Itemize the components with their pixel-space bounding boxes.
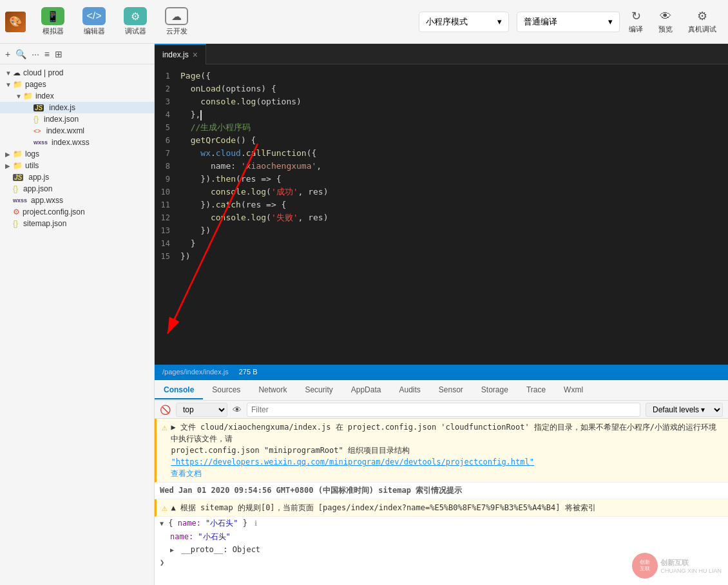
tab-security[interactable]: Security xyxy=(296,381,341,399)
sidebar-item-pages[interactable]: ▼ 📁 pages xyxy=(0,79,154,90)
file-tree: ▼ ☁ cloud | prod ▼ 📁 pages ▼ 📁 index xyxy=(0,64,154,585)
device-icon: ⚙ xyxy=(697,9,707,23)
sidebar-item-index-wxml[interactable]: <> index.wxml xyxy=(0,125,154,137)
tab-close-button[interactable]: × xyxy=(193,50,198,60)
bottom-tabs: Console Sources Network Security AppData… xyxy=(155,380,728,401)
level-select[interactable]: Default levels ▾ xyxy=(646,403,723,417)
preview-label: 预览 xyxy=(658,24,673,34)
tab-trace[interactable]: Trace xyxy=(517,381,555,399)
project-config-label: project.config.json xyxy=(23,207,85,216)
sidebar-item-app-js[interactable]: JS app.js xyxy=(0,171,154,183)
editor-label: 编辑器 xyxy=(84,26,105,36)
search-icon[interactable]: 🔍 xyxy=(15,49,26,59)
eye-icon[interactable]: 👁 xyxy=(233,405,242,415)
add-file-icon[interactable]: + xyxy=(5,49,10,59)
view-docs-link[interactable]: 查看文档 xyxy=(171,469,202,478)
editor-status-bar: /pages/index/index.js 275 B xyxy=(155,365,728,379)
mode-dropdown-icon: ▾ xyxy=(497,17,502,26)
editor-icon: </> xyxy=(86,10,101,22)
cloud-button[interactable]: ☁ 云开发 xyxy=(157,5,196,39)
compile-select[interactable]: 普通编译 ▾ xyxy=(517,12,620,32)
sidebar-item-index-wxss[interactable]: wxss index.wxss xyxy=(0,137,154,148)
device-button[interactable]: ⚙ 真机调试 xyxy=(682,6,723,37)
code-line-7: 7 wx.cloud.callFunction({ xyxy=(155,147,728,160)
code-line-14: 14 } xyxy=(155,237,728,250)
js-icon: JS xyxy=(34,104,44,111)
tab-sensor[interactable]: Sensor xyxy=(430,381,472,399)
cloud-label: 云开发 xyxy=(166,26,187,36)
code-line-13: 13 }) xyxy=(155,224,728,237)
app-wxss-label: app.wxss xyxy=(31,196,63,205)
tab-sources[interactable]: Sources xyxy=(203,381,249,399)
code-line-8: 8 name: 'xiaochengxuma', xyxy=(155,160,728,173)
ban-icon[interactable]: 🚫 xyxy=(160,405,171,415)
debugger-button[interactable]: ⚙ 调试器 xyxy=(116,5,155,39)
tab-console[interactable]: Console xyxy=(155,381,203,399)
tab-index-js[interactable]: index.js × xyxy=(155,44,206,64)
code-line-9: 9 }).then(res => { xyxy=(155,173,728,186)
folder-icon: 📁 xyxy=(13,80,23,89)
editor-button[interactable]: </> 编辑器 xyxy=(75,5,113,39)
obj-val: "小石头" xyxy=(198,532,230,541)
tab-network[interactable]: Network xyxy=(249,381,296,399)
index-js-label: index.js xyxy=(49,103,75,112)
console-date-separator: Wed Jan 01 2020 09:54:56 GMT+0800 (中国标准时… xyxy=(155,483,728,499)
preview-button[interactable]: 👁 预览 xyxy=(652,7,679,37)
tab-storage[interactable]: Storage xyxy=(472,381,517,399)
sidebar-item-index-folder[interactable]: ▼ 📁 index xyxy=(0,90,154,102)
console-message-1: ⚠ ▶ 文件 cloud/xiaochengxuma/index.js 在 pr… xyxy=(155,419,728,483)
code-line-1: 1 Page({ xyxy=(155,70,728,82)
tab-audits[interactable]: Audits xyxy=(390,381,429,399)
sidebar-item-logs[interactable]: ▶ 📁 logs xyxy=(0,148,154,160)
more-icon[interactable]: ··· xyxy=(32,49,39,59)
json-icon: {} xyxy=(13,184,18,193)
filter-input[interactable] xyxy=(247,403,640,417)
code-editor[interactable]: 1 Page({ 2 onLoad(options) { 3 console.l… xyxy=(155,64,728,365)
tab-wxml[interactable]: Wxml xyxy=(555,381,592,399)
sidebar-item-utils[interactable]: ▶ 📁 utils xyxy=(0,160,154,171)
tab-label: index.js xyxy=(162,50,189,59)
avatar: 🎨 xyxy=(5,12,26,32)
json-icon: {} xyxy=(34,115,39,124)
docs-link[interactable]: "https://developers.weixin.qq.com/minipr… xyxy=(171,457,534,466)
wxss-icon: wxss xyxy=(13,197,27,204)
mode-select[interactable]: 小程序模式 ▾ xyxy=(419,12,509,32)
debugger-label: 调试器 xyxy=(125,26,146,36)
obj-expand-row: ▼ { name: "小石头" } ℹ xyxy=(155,517,728,530)
expand-arrow: ▼ xyxy=(5,70,13,77)
expand-arrow: ▼ xyxy=(5,81,13,88)
sidebar-item-index-js[interactable]: JS index.js xyxy=(0,102,154,113)
pages-label: pages xyxy=(25,80,46,89)
toolbar: 🎨 📱 模拟器 </> 编辑器 ⚙ 调试器 ☁ 云开发 小程序模式 ▾ 普通编译… xyxy=(0,0,728,44)
sidebar-item-index-json[interactable]: {} index.json xyxy=(0,113,154,125)
collapse-arrow[interactable]: ▼ xyxy=(160,520,164,527)
compile-label: 普通编译 xyxy=(524,16,557,28)
app-json-label: app.json xyxy=(23,184,52,193)
code-line-2: 2 onLoad(options) { xyxy=(155,82,728,95)
console-message-2: ⚠ ▲ 根据 sitemap 的规则[0]，当前页面 [pages/index/… xyxy=(155,499,728,517)
sidebar: + 🔍 ··· ≡ ⊞ ▼ ☁ cloud | prod ▼ 📁 pages xyxy=(0,44,155,585)
sort-icon[interactable]: ≡ xyxy=(44,49,50,59)
sidebar-item-project-config[interactable]: ⚙ project.config.json xyxy=(0,206,154,218)
context-select[interactable]: top xyxy=(176,403,227,417)
proto-expand[interactable]: ▶ xyxy=(170,546,174,553)
warn-icon: ⚠ xyxy=(162,422,167,432)
message-text-1: ▶ 文件 cloud/xiaochengxuma/index.js 在 proj… xyxy=(171,421,723,479)
watermark: 创新 互联 创新互联 CHUANG XIN HU LIAN xyxy=(632,553,722,579)
sidebar-item-cloud-prod[interactable]: ▼ ☁ cloud | prod xyxy=(0,67,154,79)
tab-appdata[interactable]: AppData xyxy=(342,381,390,399)
sidebar-item-app-json[interactable]: {} app.json xyxy=(0,183,154,195)
refresh-button[interactable]: ↻ 编译 xyxy=(622,6,649,37)
sitemap-label: sitemap.json xyxy=(23,219,66,228)
sidebar-item-sitemap[interactable]: {} sitemap.json xyxy=(0,218,154,229)
sidebar-item-app-wxss[interactable]: wxss app.wxss xyxy=(0,195,154,206)
expand-arrow: ▼ xyxy=(15,93,23,100)
simulator-button[interactable]: 📱 模拟器 xyxy=(34,5,72,39)
simulator-icon: 📱 xyxy=(46,10,59,23)
json-icon: {} xyxy=(13,219,18,228)
caret-icon: ❯ xyxy=(160,558,164,567)
wxss-icon: wxss xyxy=(34,139,48,146)
index-wxml-label: index.wxml xyxy=(46,126,84,135)
message-text-2: ▲ 根据 sitemap 的规则[0]，当前页面 [pages/index/in… xyxy=(171,502,595,513)
split-icon[interactable]: ⊞ xyxy=(55,49,62,59)
